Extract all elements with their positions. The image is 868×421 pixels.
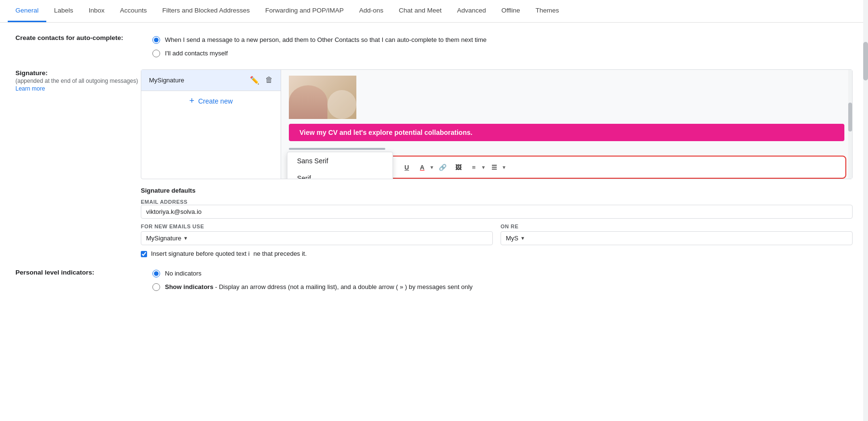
- personal-level-indicators-section: Personal level indicators: No indicators…: [15, 269, 853, 291]
- tab-chat[interactable]: Chat and Meet: [391, 0, 449, 22]
- for-new-emails-select[interactable]: MySignature ▼: [141, 231, 493, 245]
- insert-before-label: Insert signature before quoted text i: [151, 250, 250, 257]
- create-plus-icon: +: [189, 96, 194, 106]
- signature-list-item-icons: ✏️ 🗑: [250, 76, 273, 85]
- font-option-serif[interactable]: Serif: [287, 170, 393, 179]
- signature-list-item[interactable]: MySignature ✏️ 🗑: [141, 70, 281, 91]
- on-reply-label: ON RE: [501, 224, 853, 229]
- auto-complete-option2-row: I'll add contacts myself: [152, 49, 853, 58]
- pli-no-indicators-row: No indicators: [152, 269, 853, 278]
- text-align-dropdown[interactable]: ≡ ▼: [467, 160, 486, 174]
- auto-complete-option1-row: When I send a message to a new person, a…: [152, 35, 853, 45]
- text-color-chevron-icon: ▼: [430, 165, 434, 170]
- pli-no-indicators-radio[interactable]: [152, 270, 160, 277]
- tab-offline[interactable]: Offline: [494, 0, 528, 22]
- pli-label-col: Personal level indicators:: [15, 269, 141, 276]
- tab-filters[interactable]: Filters and Blocked Addresses: [154, 0, 258, 22]
- text-align-button[interactable]: ≡: [467, 160, 480, 174]
- auto-complete-option2-label: I'll add contacts myself: [165, 49, 228, 58]
- tab-themes[interactable]: Themes: [528, 0, 567, 22]
- signature-editor-panel: View my CV and let's explore potential c…: [281, 70, 852, 179]
- auto-complete-row: Create contacts for auto-complete: When …: [15, 34, 853, 58]
- signature-heading: Signature:: [15, 69, 141, 77]
- pli-show-indicators-radio[interactable]: [152, 283, 160, 291]
- pli-show-indicators-row: Show indicators - Display an arrow ddres…: [152, 282, 853, 292]
- signature-sublabel: (appended at the end of all outgoing mes…: [15, 78, 141, 84]
- text-color-button[interactable]: A: [416, 160, 429, 174]
- tab-general[interactable]: General: [8, 0, 46, 22]
- signature-list-panel: MySignature ✏️ 🗑 + Create new: [141, 70, 281, 179]
- signature-preview-image: [289, 76, 356, 119]
- auto-complete-heading: Create contacts for auto-complete:: [15, 34, 141, 41]
- pli-show-bold: Show indicators: [165, 283, 213, 290]
- pli-show-rest: ddress (not a mailing list), and a doubl…: [267, 283, 473, 290]
- auto-complete-option2-radio[interactable]: [152, 50, 160, 57]
- signature-defaults-title: Signature defaults: [141, 187, 853, 194]
- email-address-label: EMAIL ADDRESS: [141, 199, 853, 205]
- signature-label-col: Signature: (appended at the end of all o…: [15, 69, 141, 92]
- signature-learn-more-link[interactable]: Learn more: [15, 85, 45, 92]
- page-scrollbar-thumb: [863, 42, 868, 80]
- on-reply-col: ON RE MyS ▼: [501, 224, 853, 245]
- pli-heading: Personal level indicators:: [15, 269, 141, 276]
- nav-tab-list: General Labels Inbox Accounts Filters an…: [0, 0, 868, 23]
- for-new-emails-col: FOR NEW EMAILS USE MySignature ▼: [141, 224, 493, 245]
- pli-show-indicators-label: Show indicators - Display an arrow ddres…: [165, 282, 473, 292]
- on-reply-value: MyS: [506, 235, 518, 242]
- insert-before-text-cont: ne that precedes it.: [254, 250, 307, 257]
- signature-section: Signature: (appended at the end of all o…: [15, 69, 853, 257]
- editor-scrollbar[interactable]: [848, 70, 852, 179]
- pli-options: No indicators Show indicators - Display …: [152, 269, 853, 291]
- signature-right-panel: MySignature ✏️ 🗑 + Create new: [141, 69, 853, 257]
- tab-labels[interactable]: Labels: [46, 0, 81, 22]
- font-option-sans-serif[interactable]: Sans Serif: [287, 152, 393, 170]
- email-address-input[interactable]: [141, 205, 853, 219]
- insert-before-checkbox[interactable]: [141, 251, 147, 257]
- underline-button[interactable]: U: [400, 160, 414, 174]
- on-reply-select[interactable]: MyS ▼: [501, 231, 853, 245]
- text-color-dropdown[interactable]: A ▼: [416, 160, 434, 174]
- create-new-label: Create new: [198, 97, 233, 105]
- signature-defaults-dropdowns-row: FOR NEW EMAILS USE MySignature ▼ ON RE M…: [141, 224, 853, 245]
- insert-before-checkbox-row: Insert signature before quoted text i ne…: [141, 250, 853, 257]
- for-new-emails-value: MySignature: [146, 235, 181, 242]
- delete-icon[interactable]: 🗑: [265, 76, 273, 85]
- font-dropdown-menu: Sans Serif Serif Fixed Width Wide Narrow…: [287, 152, 393, 179]
- text-align-chevron-icon: ▼: [481, 165, 486, 170]
- page-scrollbar[interactable]: [863, 0, 868, 303]
- settings-content: Create contacts for auto-complete: When …: [0, 23, 868, 303]
- auto-complete-option1-label: When I send a message to a new person, a…: [165, 35, 487, 45]
- insert-link-button[interactable]: 🔗: [436, 160, 449, 174]
- auto-complete-label-col: Create contacts for auto-complete:: [15, 34, 141, 41]
- auto-complete-options: When I send a message to a new person, a…: [152, 34, 853, 58]
- signature-defaults-section: Signature defaults EMAIL ADDRESS FOR NEW…: [141, 185, 853, 257]
- list-chevron-icon: ▼: [502, 165, 506, 170]
- tab-advanced[interactable]: Advanced: [449, 0, 494, 22]
- for-new-emails-label: FOR NEW EMAILS USE: [141, 224, 493, 229]
- signature-editor-area: MySignature ✏️ 🗑 + Create new: [141, 69, 853, 179]
- pli-show-desc: - Display an arrow: [215, 283, 266, 290]
- pli-no-indicators-label: No indicators: [165, 269, 202, 278]
- for-new-select-arrow-icon: ▼: [183, 236, 188, 241]
- edit-icon[interactable]: ✏️: [250, 76, 259, 85]
- signature-underline-decoration: [289, 148, 385, 150]
- list-dropdown[interactable]: ☰ ▼: [488, 160, 506, 174]
- signature-cta-button: View my CV and let's explore potential c…: [289, 124, 844, 141]
- signature-list-item-name: MySignature: [149, 77, 184, 84]
- insert-image-button[interactable]: 🖼: [451, 160, 465, 174]
- tab-forwarding[interactable]: Forwarding and POP/IMAP: [258, 0, 352, 22]
- editor-scrollbar-thumb: [848, 103, 852, 132]
- tab-accounts[interactable]: Accounts: [112, 0, 155, 22]
- tab-inbox[interactable]: Inbox: [81, 0, 112, 22]
- tab-addons[interactable]: Add-ons: [352, 0, 391, 22]
- auto-complete-option1-radio[interactable]: [152, 36, 160, 44]
- list-button[interactable]: ☰: [488, 160, 501, 174]
- create-new-button[interactable]: + Create new: [141, 91, 281, 111]
- on-reply-select-arrow-icon: ▼: [520, 236, 525, 241]
- settings-nav: General Labels Inbox Accounts Filters an…: [0, 0, 868, 23]
- email-address-field-group: EMAIL ADDRESS: [141, 199, 853, 219]
